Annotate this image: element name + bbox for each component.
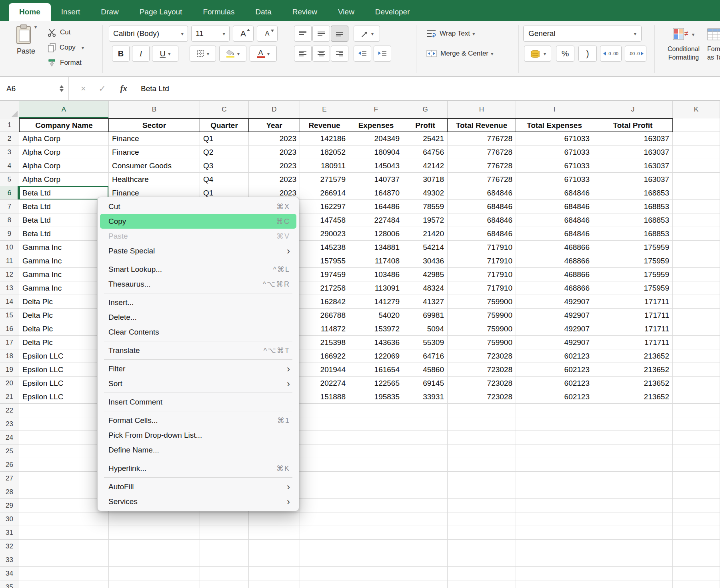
cell-H25[interactable] [448, 444, 516, 458]
cell-G10[interactable]: 54214 [403, 241, 448, 254]
cell-J18[interactable]: 213652 [593, 349, 673, 363]
cell-G2[interactable]: 25421 [403, 132, 448, 146]
select-all-button[interactable] [0, 101, 19, 118]
cell-G29[interactable] [403, 499, 448, 512]
cell-F1[interactable]: Expenses [349, 118, 403, 132]
cell-A21[interactable]: Epsilon LLC [19, 390, 109, 404]
cell-A35[interactable] [19, 580, 109, 588]
cell-H8[interactable]: 684846 [448, 213, 516, 227]
cell-F6[interactable]: 164870 [349, 186, 403, 200]
cell-G7[interactable]: 78559 [403, 200, 448, 213]
cell-F17[interactable]: 143636 [349, 336, 403, 349]
cell-I26[interactable] [516, 458, 593, 472]
paste-button[interactable]: Paste [9, 47, 43, 56]
cell-G18[interactable]: 64716 [403, 349, 448, 363]
cell-J11[interactable]: 175959 [593, 254, 673, 268]
align-left-button[interactable] [294, 46, 312, 62]
cell-H2[interactable]: 776728 [448, 132, 516, 146]
cell-A26[interactable] [19, 458, 109, 472]
cell-F9[interactable]: 128006 [349, 227, 403, 241]
comma-style-button[interactable]: ) [578, 46, 597, 62]
format-painter-button[interactable]: Format [47, 55, 84, 70]
cell-J4[interactable]: 163037 [593, 159, 673, 173]
cell-F10[interactable]: 134881 [349, 241, 403, 254]
cell-H15[interactable]: 759900 [448, 309, 516, 322]
orientation-button[interactable]: ▾ [354, 26, 380, 42]
cell-G20[interactable]: 69145 [403, 377, 448, 390]
cell-J26[interactable] [593, 458, 673, 472]
cell-A32[interactable] [19, 540, 109, 553]
cell-E6[interactable]: 266914 [300, 186, 349, 200]
cell-I3[interactable]: 671033 [516, 146, 593, 159]
row-header-30[interactable]: 30 [0, 512, 19, 526]
column-header-D[interactable]: D [249, 101, 300, 118]
cell-A25[interactable] [19, 444, 109, 458]
cell-K22[interactable] [673, 404, 720, 417]
cell-I34[interactable] [516, 567, 593, 580]
align-middle-button[interactable] [312, 26, 330, 42]
row-header-29[interactable]: 29 [0, 499, 19, 512]
cell-F32[interactable] [349, 540, 403, 553]
cell-D31[interactable] [249, 526, 300, 540]
increase-indent-button[interactable] [374, 46, 391, 62]
cell-F22[interactable] [349, 404, 403, 417]
row-header-31[interactable]: 31 [0, 526, 19, 540]
cell-E14[interactable]: 162842 [300, 295, 349, 309]
wrap-text-button[interactable]: Wrap Text ▾ [422, 26, 501, 42]
cell-E13[interactable]: 217258 [300, 281, 349, 295]
column-header-K[interactable]: K [673, 101, 720, 118]
cell-A5[interactable]: Alpha Corp [19, 173, 109, 186]
cell-J22[interactable] [593, 404, 673, 417]
cell-B4[interactable]: Consumer Goods [109, 159, 200, 173]
cell-G35[interactable] [403, 580, 448, 588]
cell-F23[interactable] [349, 417, 403, 431]
tab-page-layout[interactable]: Page Layout [129, 3, 193, 21]
row-header-20[interactable]: 20 [0, 377, 19, 390]
column-header-J[interactable]: J [593, 101, 673, 118]
italic-button[interactable]: I [132, 46, 150, 62]
cell-A19[interactable]: Epsilon LLC [19, 363, 109, 377]
cell-H23[interactable] [448, 417, 516, 431]
menu-item-translate[interactable]: Translate^⌥⌘T [100, 343, 296, 358]
cell-B35[interactable] [109, 580, 200, 588]
cell-F34[interactable] [349, 567, 403, 580]
row-header-10[interactable]: 10 [0, 241, 19, 254]
percent-style-button[interactable]: % [556, 46, 574, 62]
cell-A30[interactable] [19, 512, 109, 526]
cell-F8[interactable]: 227484 [349, 213, 403, 227]
cell-I35[interactable] [516, 580, 593, 588]
cell-D3[interactable]: 2023 [249, 146, 300, 159]
cell-C2[interactable]: Q1 [200, 132, 249, 146]
cell-I6[interactable]: 684846 [516, 186, 593, 200]
tab-review[interactable]: Review [282, 3, 328, 21]
row-header-3[interactable]: 3 [0, 146, 19, 159]
cell-K33[interactable] [673, 553, 720, 567]
cell-A7[interactable]: Beta Ltd [19, 200, 109, 213]
cell-J16[interactable]: 171711 [593, 322, 673, 336]
menu-item-smart-lookup[interactable]: Smart Lookup...^⌘L [100, 262, 296, 277]
menu-item-autofill[interactable]: AutoFill› [100, 479, 296, 494]
cell-E4[interactable]: 180911 [300, 159, 349, 173]
cell-I33[interactable] [516, 553, 593, 567]
cell-G19[interactable]: 45860 [403, 363, 448, 377]
cell-G16[interactable]: 5094 [403, 322, 448, 336]
cell-C3[interactable]: Q2 [200, 146, 249, 159]
cell-J19[interactable]: 213652 [593, 363, 673, 377]
cell-H16[interactable]: 759900 [448, 322, 516, 336]
cell-H27[interactable] [448, 472, 516, 485]
cell-I25[interactable] [516, 444, 593, 458]
cell-F2[interactable]: 204349 [349, 132, 403, 146]
row-header-26[interactable]: 26 [0, 458, 19, 472]
cell-C30[interactable] [200, 512, 249, 526]
cell-D5[interactable]: 2023 [249, 173, 300, 186]
cell-G8[interactable]: 19572 [403, 213, 448, 227]
cell-E9[interactable]: 290023 [300, 227, 349, 241]
cell-J25[interactable] [593, 444, 673, 458]
cell-J3[interactable]: 163037 [593, 146, 673, 159]
cell-K23[interactable] [673, 417, 720, 431]
cell-A29[interactable] [19, 499, 109, 512]
menu-item-hyperlink[interactable]: Hyperlink...⌘K [100, 461, 296, 476]
menu-item-insert-comment[interactable]: Insert Comment [100, 395, 296, 409]
cell-E35[interactable] [300, 580, 349, 588]
row-header-7[interactable]: 7 [0, 200, 19, 213]
